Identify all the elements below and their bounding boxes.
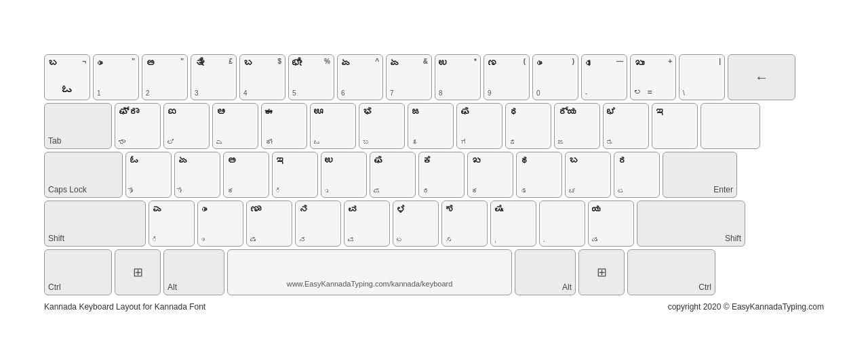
key-a[interactable]: ಓ ೊ (125, 152, 172, 198)
footer-left-text: Kannada Keyboard Layout for Kannada Font (44, 302, 205, 312)
row-numbers: ಬ¬ ಒ ಂ" 1 ಅ" 2 ತೀ£ 3 ಬ$ 4 ಛೇ% 5 ಏ^ 6 ಏ& (44, 54, 824, 100)
space-key[interactable]: www.EasyKannadaTyping.com/kannada/keyboa… (227, 249, 512, 295)
space-bar-label: www.EasyKannadaTyping.com/kannada/keyboa… (231, 280, 508, 292)
key-semicolon[interactable]: ಬ ಚ (565, 152, 611, 198)
key-3[interactable]: ತೀ£ 3 (191, 54, 237, 100)
row-zxcv: Shift ಎ ಿ ಂ ಂ ಣಾ ಮ ನ ನ ವ ವ ಳ ಲ ಶ ಸ (44, 200, 824, 247)
enter-key[interactable]: Enter (663, 152, 737, 198)
row-asdf: Caps Lock ಓ ೊ ಏ ೇ ಅ ಕ ಇ ಿ ಉ ು ಫ ಪ ಕ ರ (44, 152, 824, 198)
key-c[interactable]: ಣಾ ಮ (246, 200, 292, 247)
key-1[interactable]: ಂ" 1 (93, 54, 139, 100)
key-2[interactable]: ಅ" 2 (142, 54, 188, 100)
key-quote[interactable]: ರ ಟ (614, 152, 660, 198)
windows-icon-right: ⊞ (597, 265, 607, 280)
key-j[interactable]: ಕ ರ (418, 152, 465, 198)
key-r[interactable]: ಈ ಕೀ (261, 103, 307, 149)
key-v[interactable]: ನ ನ (295, 200, 341, 247)
key-backtick[interactable]: ಬ¬ ಒ (44, 54, 90, 100)
backspace-arrow-icon: ← (755, 70, 768, 85)
keyboard: ಬ¬ ಒ ಂ" 1 ಅ" 2 ತೀ£ 3 ಬ$ 4 ಛೇ% 5 ಏ^ 6 ಏ& (44, 41, 824, 318)
key-8[interactable]: ಉ* 8 (435, 54, 481, 100)
shift-right-key[interactable]: Shift (637, 200, 745, 247)
key-bracket-left[interactable]: ಛ ಡ (603, 103, 649, 149)
key-7[interactable]: ಏ& 7 (386, 54, 432, 100)
key-k[interactable]: ಖ ಕ (467, 152, 513, 198)
key-0[interactable]: ಂ) 0 (532, 54, 578, 100)
key-u[interactable]: ಜ ಹ (408, 103, 454, 149)
key-l[interactable]: ಥ ತ (516, 152, 562, 198)
key-9[interactable]: ಣ( 9 (484, 54, 530, 100)
ctrl-left-key[interactable]: Ctrl (44, 249, 112, 295)
key-y[interactable]: ಭ ಬ (359, 103, 405, 149)
footer-right-text: copyright 2020 © EasyKannadaTyping.com (668, 302, 824, 312)
key-4[interactable]: ಬ$ 4 (239, 54, 285, 100)
caps-lock-key[interactable]: Caps Lock (44, 152, 123, 198)
windows-icon: ⊞ (133, 265, 143, 280)
key-z[interactable]: ಎ ಿ (149, 200, 195, 247)
key-period[interactable]: . (539, 200, 585, 247)
key-x[interactable]: ಂ ಂ (197, 200, 243, 247)
key-equals[interactable]: ಖು+ ಲ = (630, 54, 676, 100)
key-o[interactable]: ಧ ದ (505, 103, 551, 149)
key-backslash2[interactable] (701, 103, 760, 149)
key-bracket-right[interactable]: ಇ (652, 103, 698, 149)
win-right-key[interactable]: ⊞ (578, 249, 625, 295)
key-f[interactable]: ಇ ಿ (272, 152, 318, 198)
key-q[interactable]: ಫ್ರಾ ಶಾ (115, 103, 161, 149)
row-bottom: Ctrl ⊞ Alt www.EasyKannadaTyping.com/kan… (44, 249, 824, 295)
key-5[interactable]: ಛೇ% 5 (288, 54, 334, 100)
tab-key[interactable]: Tab (44, 103, 112, 149)
key-s[interactable]: ಏ ೇ (174, 152, 220, 198)
key-b[interactable]: ವ ವ (344, 200, 390, 247)
key-6[interactable]: ಏ^ 6 (337, 54, 383, 100)
shift-left-key[interactable]: Shift (44, 200, 146, 247)
key-d[interactable]: ಅ ಕ (223, 152, 269, 198)
backspace-key[interactable]: ← (728, 54, 795, 100)
alt-left-key[interactable]: Alt (163, 249, 224, 295)
alt-right-key[interactable]: Alt (515, 249, 576, 295)
key-h[interactable]: ಫ ಪ (370, 152, 416, 198)
key-m[interactable]: ಶ ಸ (441, 200, 488, 247)
key-t[interactable]: ಊ ಒ (310, 103, 356, 149)
key-i[interactable]: ಫ ಗ (456, 103, 502, 149)
ctrl-right-key[interactable]: Ctrl (627, 249, 715, 295)
key-w[interactable]: ಐ ಲಿ (163, 103, 210, 149)
row-qwerty: Tab ಫ್ರಾ ಶಾ ಐ ಲಿ ಆ ಎ ಈ ಕೀ ಊ ಒ ಭ ಬ ಜ ಹ (44, 103, 824, 149)
footer: Kannada Keyboard Layout for Kannada Font… (44, 302, 824, 312)
win-left-key[interactable]: ⊞ (115, 249, 161, 295)
key-e[interactable]: ಆ ಎ (212, 103, 258, 149)
key-backslash[interactable]: | \ (679, 54, 725, 100)
key-p[interactable]: ರ್ಯ ಜ (554, 103, 600, 149)
key-n[interactable]: ಳ ಲ (393, 200, 439, 247)
key-comma[interactable]: ಷ , (490, 200, 536, 247)
key-slash[interactable]: ಯ ಯ (588, 200, 634, 247)
key-minus[interactable]: ಃ— - (581, 54, 627, 100)
key-g[interactable]: ಉ ು (321, 152, 367, 198)
